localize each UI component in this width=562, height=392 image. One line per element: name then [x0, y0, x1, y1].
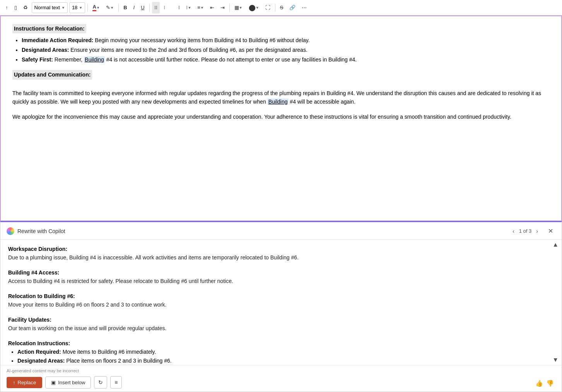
regenerate-icon: ↻: [98, 379, 103, 385]
section2-title: Building #4 Access:: [8, 269, 554, 276]
copilot-panel: Rewrite with Copilot ‹ 1 of 3 › ✕ ▲ Work…: [0, 222, 562, 392]
link-icon: 🔗: [289, 5, 296, 10]
bold-btn[interactable]: B: [121, 2, 129, 14]
more-btn[interactable]: ⋯: [299, 2, 309, 14]
align-right-icon: [171, 5, 173, 10]
italic-btn[interactable]: I: [131, 2, 137, 14]
align-center-icon: ⁝: [164, 5, 165, 10]
feedback-area: 👍 👎: [535, 380, 554, 387]
thumbs-up-btn[interactable]: 👍: [535, 380, 543, 387]
para1-text-post: #4 will be accessible again.: [288, 99, 355, 105]
ai-disclaimer: AI-generated content may be incorrect: [7, 368, 555, 373]
copilot-navigation: ‹ 1 of 3 ›: [511, 227, 540, 235]
document-area[interactable]: Instructions for Relocation: Immediate A…: [0, 15, 562, 222]
separator-5: [275, 4, 275, 12]
table-icon: ▦: [234, 5, 239, 10]
building-link-2[interactable]: Building: [268, 99, 289, 105]
section2-text: Access to Building #4 is restricted for …: [8, 277, 554, 285]
copilot-section-1: Workspace Disruption: Due to a plumbing …: [8, 246, 554, 262]
copilot-close-btn[interactable]: ✕: [546, 227, 555, 235]
building-link-1[interactable]: Building: [84, 56, 105, 63]
replace-label: Replace: [18, 380, 36, 385]
section2: Updates and Communication:: [12, 70, 550, 82]
italic-icon: I: [133, 5, 135, 10]
style-chevron: ▼: [61, 6, 65, 10]
justify-icon: ⁞: [178, 5, 180, 10]
underline-btn[interactable]: U: [138, 2, 147, 14]
align-center-btn[interactable]: ⁝: [161, 2, 167, 14]
bullet-list-btn[interactable]: ⁝ ▼: [184, 2, 193, 14]
section2-heading: Updates and Communication:: [12, 70, 92, 79]
page-indicator: 1 of 3: [519, 228, 532, 234]
strikethrough-icon: S: [280, 5, 284, 10]
copilot-next-btn[interactable]: ›: [535, 227, 540, 235]
align-left-btn[interactable]: ⁞⁞: [152, 2, 160, 14]
justify-btn[interactable]: ⁞: [176, 2, 182, 14]
scroll-up-btn[interactable]: ▲: [551, 240, 560, 250]
strikethrough-btn[interactable]: S: [278, 2, 286, 14]
link-btn[interactable]: 🔗: [287, 2, 298, 14]
style-dropdown[interactable]: Normal text ▼: [32, 2, 68, 13]
bullet-safety: Safety First: Remember, Building #4 is n…: [22, 56, 550, 64]
section3-title: Relocation to Building #6:: [8, 293, 554, 299]
highlight-icon: ✎: [106, 5, 110, 10]
indent-less-icon: ⇤: [210, 5, 214, 10]
copilot-bullet2-bold: Designated Areas:: [17, 358, 65, 364]
copy-btn[interactable]: ▯: [12, 2, 19, 14]
bullet2-bold: Designated Areas:: [22, 47, 69, 53]
scroll-down-btn[interactable]: ▼: [551, 355, 560, 365]
style-label: Normal text: [34, 5, 60, 10]
thumbs-down-btn[interactable]: 👎: [546, 380, 554, 387]
section1-title: Workspace Disruption:: [8, 246, 554, 252]
bullet3-text-pre: Remember,: [55, 56, 84, 63]
section4-text: Our team is working on the issue and wil…: [8, 324, 554, 332]
color-picker-btn[interactable]: ⬤ ▼: [246, 2, 261, 14]
bullet3-bold: Safety First:: [22, 56, 53, 63]
copilot-bullet-2: Designated Areas: Place items on floors …: [17, 357, 554, 365]
section1-heading: Instructions for Relocation:: [12, 24, 86, 33]
replace-btn[interactable]: ↑ Replace: [7, 377, 42, 388]
copilot-logo-icon: [7, 227, 14, 235]
separator-2: [118, 4, 119, 12]
instructions-list: Immediate Action Required: Begin moving …: [22, 36, 550, 64]
font-size-dropdown[interactable]: 18 ▼: [69, 2, 85, 13]
insert-table-btn[interactable]: ▦ ▼: [232, 2, 245, 14]
move-up-btn[interactable]: ↑: [3, 2, 10, 14]
delete-btn[interactable]: ♻: [21, 2, 30, 14]
align-right-btn[interactable]: [169, 2, 175, 14]
section5-title: Relocation Instructions:: [8, 340, 554, 346]
indent-less-btn[interactable]: ⇤: [208, 2, 217, 14]
more-icon: ⋯: [302, 5, 307, 10]
numbered-list-btn[interactable]: ≡ ▼: [195, 2, 206, 14]
insert-below-btn[interactable]: ▣ Insert below: [45, 377, 91, 389]
insert-below-icon: ▣: [51, 380, 56, 385]
copilot-header: Rewrite with Copilot ‹ 1 of 3 › ✕: [0, 223, 562, 240]
copilot-section-3: Relocation to Building #6: Move your ite…: [8, 293, 554, 309]
font-color-btn[interactable]: A ▼: [90, 2, 102, 14]
copilot-list: Action Required: Move items to Building …: [17, 348, 554, 365]
copilot-bullet-1: Action Required: Move items to Building …: [17, 348, 554, 356]
separator-4: [229, 4, 230, 12]
color-picker-icon: ⬤: [249, 4, 256, 11]
insert-below-label: Insert below: [58, 380, 85, 385]
section3-text: Move your items to Building #6 on floors…: [8, 301, 554, 309]
copilot-footer: AI-generated content may be incorrect ↑ …: [0, 365, 562, 392]
section4-title: Facility Updates:: [8, 317, 554, 323]
section1-text: Due to a plumbing issue, Building #4 is …: [8, 254, 554, 262]
indent-more-btn[interactable]: ⇥: [218, 2, 227, 14]
image-btn[interactable]: ⛶: [263, 2, 273, 14]
copilot-prev-btn[interactable]: ‹: [511, 227, 516, 235]
font-color-icon: A: [92, 4, 96, 11]
bold-icon: B: [123, 5, 127, 10]
image-icon: ⛶: [265, 5, 270, 10]
copilot-content[interactable]: ▲ Workspace Disruption: Due to a plumbin…: [0, 240, 562, 365]
highlight-btn[interactable]: ✎ ▼: [104, 2, 116, 14]
para2: We apologize for the inconvenience this …: [12, 112, 550, 121]
copilot-title: Rewrite with Copilot: [17, 228, 508, 234]
indent-more-icon: ⇥: [220, 5, 225, 10]
adjust-btn[interactable]: ≡: [110, 376, 122, 389]
regenerate-btn[interactable]: ↻: [94, 376, 107, 389]
bullet-designated: Designated Areas: Ensure your items are …: [22, 46, 550, 54]
bullet1-bold: Immediate Action Required:: [22, 37, 93, 43]
copilot-section-4: Facility Updates: Our team is working on…: [8, 317, 554, 332]
